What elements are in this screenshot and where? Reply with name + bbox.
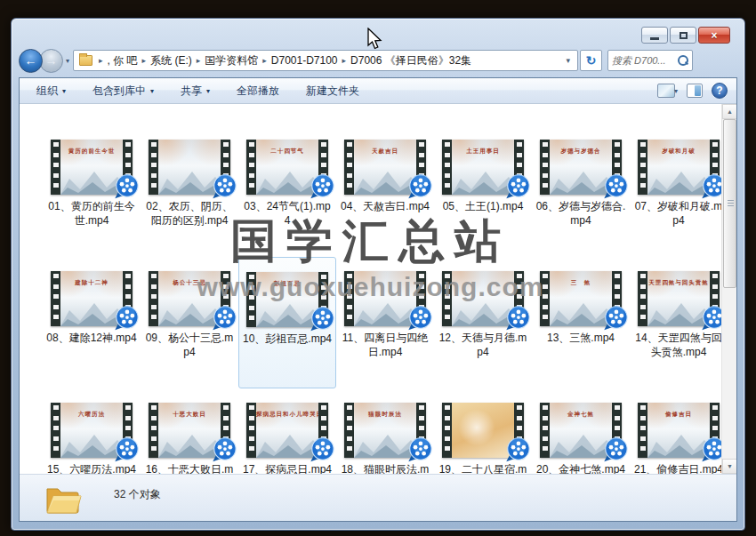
toolbar-button[interactable]: 共享▾	[173, 80, 218, 102]
views-button[interactable]: ▾	[657, 84, 678, 98]
video-thumbnail: 天赦吉日	[344, 140, 426, 195]
toolbar-button[interactable]: 新建文件夹	[298, 80, 367, 102]
file-item[interactable]: 天罡四煞与回头贡煞 14、天罡四煞与回头贡煞.mp4	[630, 257, 721, 388]
video-thumbnail: 二十四节气	[246, 140, 328, 195]
filmstrip-left-rail	[638, 271, 647, 326]
filmstrip-left-rail	[51, 403, 60, 458]
filmstrip-left-rail	[149, 140, 158, 195]
scroll-up-icon: ▲	[727, 108, 733, 115]
back-button[interactable]: ←	[19, 49, 43, 73]
scrollbar-thumb[interactable]	[723, 119, 736, 288]
breadcrumb-separator-icon: ▸	[258, 56, 271, 65]
breadcrumb-segment[interactable]: 系统 (E:)	[150, 53, 192, 68]
file-item[interactable]: 杨公十三忌 09、杨公十三忌.mp4	[141, 257, 238, 388]
file-item[interactable]: 六曜历法 15、六曜历法.mp4	[43, 388, 141, 474]
file-name: 11、四离日与四绝日.mp4	[340, 331, 430, 359]
file-name: 15、六曜历法.mp4	[47, 462, 136, 474]
filmstrip-left-rail	[540, 140, 550, 195]
breadcrumb-segment[interactable]: D7001-D7100	[271, 54, 338, 67]
filmstrip-left-rail	[344, 403, 354, 458]
video-thumbnail: 偷修吉日	[638, 403, 720, 458]
search-input[interactable]: 搜索 D700...	[607, 50, 693, 71]
filmstrip-left-rail	[638, 140, 647, 195]
player-badge-icon	[113, 305, 140, 332]
video-thumbnail: 岁破和月破	[638, 140, 720, 195]
video-thumbnail: 猫眼时辰法	[344, 403, 426, 458]
file-item[interactable]: 黄历的前生今世 01、黄历的前生今世.mp4	[43, 125, 141, 257]
scroll-down-button[interactable]: ▼	[722, 459, 736, 474]
help-button[interactable]: ?	[712, 83, 728, 99]
file-item[interactable]: 金神七煞 20、金神七煞.mp4	[532, 388, 630, 474]
video-thumbnail: 建除十二神	[51, 271, 133, 326]
file-item[interactable]: 岁破和月破 07、岁破和月破.mp4	[630, 125, 721, 257]
file-item[interactable]: 02、农历、阴历、阳历的区别.mp4	[141, 125, 238, 257]
minimize-button[interactable]	[641, 27, 668, 44]
player-badge-icon	[602, 173, 629, 200]
file-item[interactable]: 19、二十八星宿.mp4	[434, 388, 532, 474]
player-badge-icon	[504, 173, 531, 200]
player-badge-icon	[211, 436, 237, 463]
search-icon	[678, 55, 688, 66]
breadcrumb-segment[interactable]: 国学资料馆	[205, 53, 258, 68]
chevron-down-icon: ▾	[206, 87, 210, 95]
file-item[interactable]: 天赦吉日 04、天赦吉日.mp4	[336, 125, 434, 257]
file-item[interactable]: 11、四离日与四绝日.mp4	[336, 257, 434, 388]
maximize-button[interactable]	[670, 27, 696, 44]
toolbar-button[interactable]: 组织▾	[28, 80, 74, 102]
file-list-area: 黄历的前生今世 01、黄历的前生今世.mp4	[20, 104, 736, 474]
thumbnail-caption: 探病忌日和小儿啼哭日	[256, 411, 318, 419]
command-toolbar: 组织▾包含到库中▾共享▾全部播放新建文件夹 ▾ ?	[20, 78, 736, 104]
forward-button[interactable]: →	[39, 49, 63, 73]
file-item[interactable]: 十恶大败日 16、十恶大败日.mp4	[141, 388, 238, 474]
close-button[interactable]: ×	[698, 27, 730, 44]
filmstrip-left-rail	[442, 271, 452, 326]
recent-pages-dropdown[interactable]: ▾	[66, 57, 69, 65]
navigation-bar: ← → ▾ ▸, 你 吧▸系统 (E:)▸国学资料馆▸D7001-D7100▸D…	[19, 45, 737, 76]
file-item[interactable]: 二十四节气 03、24节气(1).mp4	[238, 125, 336, 257]
player-badge-icon	[211, 305, 237, 332]
address-dropdown-icon[interactable]: ▾	[562, 56, 574, 65]
file-name: 04、天赦吉日.mp4	[341, 199, 430, 213]
thumbnail-caption: 土王用事日	[452, 148, 514, 156]
file-item[interactable]: 探病忌日和小儿啼哭日 17、探病忌日.mp4	[238, 388, 336, 474]
file-item[interactable]: 彭祖百忌 10、彭祖百忌.mp4	[238, 257, 336, 388]
player-badge-icon	[113, 173, 140, 200]
folder-icon-large	[44, 482, 82, 516]
file-item[interactable]: 12、天德与月德.mp4	[434, 257, 532, 388]
views-icon	[657, 84, 675, 98]
file-item[interactable]: 土王用事日 05、土王(1).mp4	[434, 125, 532, 257]
file-item[interactable]: 建除十二神 08、建除12神.mp4	[43, 257, 141, 388]
breadcrumb-segment[interactable]: D7006 《择日民俗》32集	[350, 53, 471, 68]
filmstrip-left-rail	[51, 271, 60, 326]
player-badge-icon	[504, 305, 531, 332]
thumbnail-caption: 天罡四煞与回头贡煞	[647, 279, 710, 287]
file-item[interactable]: 猫眼时辰法 18、猫眼时辰法.mp4	[336, 388, 434, 474]
refresh-button[interactable]: ↻	[580, 50, 602, 71]
preview-pane-button[interactable]	[687, 84, 703, 98]
video-thumbnail: 黄历的前生今世	[51, 140, 133, 195]
scrollbar-grip-icon	[728, 200, 734, 207]
file-item[interactable]: 三 煞 13、三煞.mp4	[532, 257, 630, 388]
video-thumbnail: 三 煞	[540, 271, 622, 326]
file-item[interactable]: 岁德与岁德合 06、岁德与岁德合.mp4	[532, 125, 630, 257]
video-thumbnail: 彭祖百忌	[246, 272, 328, 327]
scroll-up-button[interactable]: ▲	[722, 104, 736, 119]
player-badge-icon	[700, 173, 721, 200]
toolbar-button[interactable]: 全部播放	[229, 80, 287, 102]
filmstrip-left-rail	[344, 140, 354, 195]
filmstrip-left-rail	[246, 272, 256, 327]
file-name: 17、探病忌日.mp4	[243, 462, 332, 474]
breadcrumb-segment[interactable]: , 你 吧	[108, 53, 138, 68]
video-thumbnail: 岁德与岁德合	[540, 140, 622, 195]
filmstrip-left-rail	[638, 403, 647, 458]
file-name: 07、岁破和月破.mp4	[633, 199, 721, 228]
thumbnail-caption: 三 煞	[550, 279, 612, 287]
player-badge-icon	[700, 436, 721, 463]
views-dropdown-icon: ▾	[674, 87, 678, 95]
close-icon: ×	[711, 29, 717, 42]
file-item[interactable]: 偷修吉日 21、偷修吉日.mp4	[630, 388, 721, 474]
player-badge-icon	[504, 436, 531, 463]
vertical-scrollbar[interactable]: ▲ ▼	[721, 104, 736, 474]
toolbar-button[interactable]: 包含到库中▾	[84, 80, 162, 102]
breadcrumb[interactable]: ▸, 你 吧▸系统 (E:)▸国学资料馆▸D7001-D7100▸D7006 《…	[73, 50, 578, 71]
